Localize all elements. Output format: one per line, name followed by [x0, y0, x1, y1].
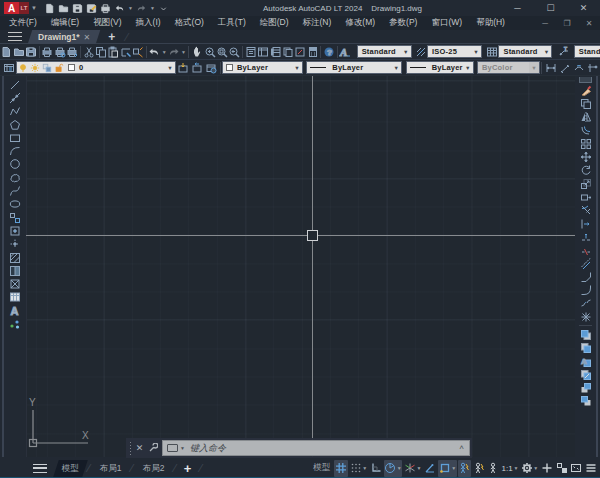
menu-8[interactable]: 修改(M) — [338, 16, 382, 30]
status-toggle-osnap[interactable]: ▼ — [438, 460, 457, 477]
bulb-on-icon[interactable] — [17, 61, 29, 75]
isodraft-dropdown-icon[interactable]: ▼ — [417, 465, 422, 471]
break-icon[interactable] — [578, 244, 593, 257]
drawing-canvas[interactable]: X Y ✕ ▼ 键入命令 ˄ — [26, 76, 575, 457]
create-block-icon[interactable] — [7, 224, 22, 237]
qsave-icon[interactable] — [71, 2, 84, 15]
dropdown-arrow-icon[interactable]: ▼ — [181, 49, 186, 55]
multiline-text-icon[interactable]: A — [7, 304, 22, 317]
menu-5[interactable]: 工具(T) — [211, 16, 253, 30]
qnew-icon[interactable] — [43, 2, 56, 15]
command-customize-icon[interactable] — [146, 441, 159, 455]
status-toggle-annotation-auto[interactable] — [472, 460, 486, 477]
layout-tabs-menu-icon[interactable] — [33, 464, 47, 473]
polyline-icon[interactable] — [7, 105, 22, 118]
new-icon[interactable] — [0, 45, 12, 59]
text-style-icon[interactable]: A — [339, 45, 351, 59]
status-toggle-otrack[interactable] — [423, 460, 437, 477]
hatch-icon[interactable] — [7, 251, 22, 264]
hatch-to-back-icon[interactable] — [578, 368, 593, 381]
snap-dropdown-icon[interactable]: ▼ — [362, 465, 367, 471]
gradient-icon[interactable] — [7, 264, 22, 277]
layer-combo[interactable]: 0▼ — [16, 61, 176, 74]
dim-style-combo-arrow-icon[interactable]: ▼ — [471, 46, 481, 57]
undo-small-dropdown-icon[interactable]: ▼ — [128, 5, 133, 11]
lineweight-combo-arrow-icon[interactable]: ▼ — [463, 62, 473, 73]
plot-style-combo[interactable]: ByColor▼ — [477, 61, 540, 74]
array-icon[interactable] — [578, 137, 593, 150]
spline-icon[interactable] — [7, 184, 22, 197]
layer-combo-arrow-icon[interactable]: ▼ — [165, 62, 175, 73]
dim-style-combo[interactable]: ISO-25▼ — [427, 45, 482, 58]
dim-arc-length-icon[interactable] — [572, 61, 586, 75]
menu-2[interactable]: 视图(V) — [86, 16, 128, 30]
point-style-icon[interactable] — [7, 317, 22, 330]
paste-icon[interactable] — [107, 45, 119, 59]
redo-icon[interactable] — [168, 45, 180, 59]
tool-palettes-icon[interactable] — [269, 45, 281, 59]
lineweight-combo[interactable]: ByLayer▼ — [406, 61, 474, 74]
sun-icon[interactable] — [29, 61, 41, 75]
redo-small-icon[interactable] — [135, 2, 148, 15]
make-current-icon[interactable] — [176, 61, 190, 75]
status-toggle-isodraft[interactable]: ▼ — [403, 460, 422, 477]
new-layout-button[interactable]: + — [184, 461, 192, 476]
stretch-icon[interactable] — [578, 190, 593, 203]
command-input[interactable]: ▼ 键入命令 ˄ — [162, 440, 470, 456]
status-workspace-gear[interactable]: ▼ — [520, 460, 539, 477]
recent-commands-icon[interactable] — [167, 444, 178, 452]
annotation-scale-button[interactable]: 1:1▼ — [487, 460, 519, 477]
table-icon[interactable] — [7, 291, 22, 304]
point-icon[interactable] — [7, 238, 22, 251]
text-style-combo-arrow-icon[interactable]: ▼ — [401, 46, 411, 57]
qat-more-icon[interactable] — [157, 2, 170, 15]
dropdown-arrow-icon[interactable]: ▼ — [162, 49, 167, 55]
chamfer-icon[interactable] — [578, 270, 593, 283]
unlock-icon[interactable] — [53, 61, 65, 75]
menu-9[interactable]: 参数(P) — [382, 16, 424, 30]
workspace-dropdown-icon[interactable]: ▼ — [533, 465, 538, 471]
offset-icon[interactable] — [578, 124, 593, 137]
polar-dropdown-icon[interactable]: ▼ — [397, 465, 402, 471]
match-properties-icon[interactable] — [120, 45, 132, 59]
linetype-combo-arrow-icon[interactable]: ▼ — [391, 62, 401, 73]
save-icon[interactable] — [25, 45, 37, 59]
join-icon[interactable] — [578, 257, 593, 270]
layout-tab-布局1[interactable]: 布局1 — [91, 460, 130, 477]
color-combo-arrow-icon[interactable]: ▼ — [292, 62, 302, 73]
color-combo[interactable]: ByLayer▼ — [222, 61, 303, 74]
help-icon[interactable]: ? — [323, 45, 335, 59]
undo-small-icon[interactable] — [113, 2, 126, 15]
osnap-dropdown-icon[interactable]: ▼ — [451, 465, 456, 471]
table-style-icon-icon[interactable] — [486, 45, 498, 59]
text-style-combo[interactable]: Standard▼ — [357, 45, 412, 58]
ellipse-icon[interactable] — [7, 198, 22, 211]
revision-cloud-icon[interactable] — [7, 171, 22, 184]
fillet-icon[interactable] — [578, 283, 593, 296]
mleader-style-icon-icon[interactable]: T — [557, 45, 569, 59]
erase-icon[interactable] — [578, 84, 593, 97]
status-toggle-snap[interactable]: ▼ — [349, 460, 368, 477]
cut-icon[interactable] — [82, 45, 94, 59]
plot-style-combo-arrow-icon[interactable]: ▼ — [529, 62, 539, 73]
doc-restore-button[interactable]: ❐ — [556, 16, 578, 30]
layout-tab-模型[interactable]: 模型 — [53, 460, 88, 477]
redo-small-dropdown-icon[interactable]: ▼ — [150, 5, 155, 11]
quick-calc-icon[interactable] — [307, 45, 319, 59]
zoom-window-icon[interactable] — [216, 45, 228, 59]
dim-linear-icon[interactable] — [544, 61, 558, 75]
status-status-ham[interactable] — [584, 460, 598, 477]
extend-icon[interactable] — [578, 217, 593, 230]
menu-7[interactable]: 标注(N) — [296, 16, 339, 30]
publish-icon[interactable] — [66, 45, 78, 59]
menu-10[interactable]: 窗口(W) — [424, 16, 469, 30]
close-button[interactable]: ✕ — [567, 0, 600, 16]
file-tab-drawing1[interactable]: Drawing1* ✕ — [28, 30, 101, 44]
qopen-icon[interactable] — [57, 2, 70, 15]
block-editor-icon[interactable] — [132, 45, 144, 59]
insert-block-icon[interactable] — [7, 211, 22, 224]
undo-icon[interactable] — [148, 45, 160, 59]
construction-line-icon[interactable] — [7, 91, 22, 104]
doc-close-button[interactable]: ✕ — [578, 16, 600, 30]
layer-previous-icon[interactable] — [190, 61, 204, 75]
